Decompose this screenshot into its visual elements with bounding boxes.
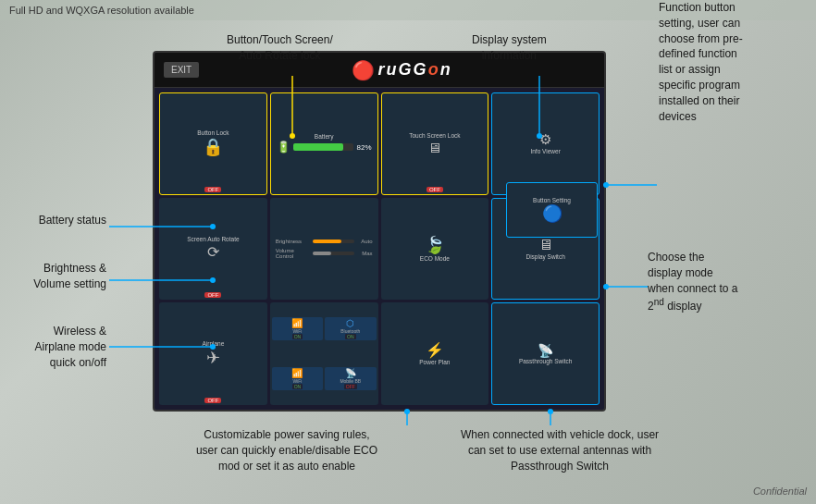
touch-screen-lock-label: Touch Screen Lock [409, 132, 460, 139]
volume-label: Volume Control [276, 248, 313, 259]
tabs-cell[interactable]: 📶 WiFi ON ⬡ Bluetooth ON 📶 WiFi ON 📡 Mob… [270, 302, 378, 405]
battery-label: Battery [315, 133, 334, 140]
logo-icon: 🔴 [352, 59, 375, 81]
brightness-volume-annotation: Brightness &Volume setting [5, 261, 106, 292]
power-plan-cell[interactable]: ⚡ Power Plan [381, 302, 489, 405]
tabs-wifi2-badge: ON [292, 384, 303, 389]
volume-val: Max [354, 251, 373, 256]
screen-auto-rotate-cell[interactable]: Screen Auto Rotate ⟳ OFF [159, 198, 267, 301]
tabs-wifi2-cell[interactable]: 📶 WiFi ON [272, 367, 323, 390]
brightness-track [313, 240, 354, 243]
info-viewer-label: Info Viewer [530, 148, 560, 154]
lock-icon: 🔒 [203, 137, 223, 157]
auto-rotate-badge: OFF [204, 292, 221, 298]
tabs-wifi2-icon: 📶 [291, 368, 303, 378]
volume-fill [313, 252, 331, 255]
main-container: Full HD and WQXGA resolution available E… [0, 0, 816, 504]
button-setting-label: Button Setting [533, 197, 571, 203]
brightness-label: Brightness [276, 239, 313, 244]
volume-slider-row: Volume Control Max [276, 248, 373, 259]
passthrough-annotation: When connected with vehicle dock, userca… [426, 427, 694, 473]
button-lock-badge: OFF [204, 187, 221, 192]
battery-icon: 🔋 [277, 141, 291, 154]
info-icon: ⚙ [539, 131, 551, 148]
airplane-label: Airplane [202, 340, 224, 347]
screen-grid: Button Lock 🔒 OFF Battery 🔋 82% Touch Sc… [155, 88, 604, 410]
brightness-fill [313, 240, 341, 243]
rotate-icon: ⟳ [207, 243, 219, 261]
tabs-wifi-cell[interactable]: 📶 WiFi ON [272, 317, 323, 340]
touch-icon: 🖥 [427, 140, 441, 155]
button-setting-icon: 🔵 [542, 203, 563, 224]
airplane-cell[interactable]: Airplane ✈ OFF [159, 302, 267, 405]
eco-mode-annotation: Customizable power saving rules,user can… [153, 427, 421, 473]
battery-pct: 82% [356, 143, 371, 152]
battery-fill [293, 143, 343, 151]
tabs-mobile-badge: OFF [344, 384, 357, 389]
power-plan-icon: ⚡ [426, 341, 444, 359]
info-viewer-cell[interactable]: ⚙ Info Viewer [491, 92, 600, 195]
eco-mode-cell[interactable]: 🍃 ECO Mode [381, 198, 489, 301]
eco-icon: 🍃 [425, 235, 445, 255]
passthrough-label: Passthrough Switch [519, 358, 572, 364]
battery-cell[interactable]: Battery 🔋 82% [270, 92, 378, 195]
airplane-icon: ✈ [206, 348, 220, 368]
passthrough-cell[interactable]: 📡 Passthrough Switch [491, 302, 600, 405]
passthrough-icon: 📡 [538, 343, 553, 358]
button-lock-label: Button Lock [197, 129, 229, 136]
confidential-label: Confidential [753, 486, 807, 497]
display-icon: 🖥 [538, 237, 553, 253]
button-lock-cell[interactable]: Button Lock 🔒 OFF [159, 92, 267, 195]
volume-track [313, 252, 354, 255]
battery-bar [293, 143, 354, 151]
brightness-val: Auto [354, 239, 373, 244]
top-bar-text: Full HD and WQXGA resolution available [9, 5, 194, 16]
touch-screen-lock-cell[interactable]: Touch Screen Lock 🖥 OFF [381, 92, 489, 195]
tabs-bt-cell[interactable]: ⬡ Bluetooth ON [325, 317, 376, 340]
display-system-info-annotation: Display systeminformation [472, 32, 547, 64]
brightness-volume-cell[interactable]: Brightness Auto Volume Control Max [270, 198, 378, 301]
tabs-icon: 📶 [291, 318, 303, 328]
button-touch-screen-annotation: Button/Touch Screen/Auto Rotate lock [227, 32, 333, 64]
airplane-badge: OFF [204, 398, 221, 403]
display-switch-label: Display Switch [525, 253, 564, 260]
tabs-bt-icon: ⬡ [346, 318, 354, 328]
tabs-wifi-badge: ON [292, 334, 303, 339]
touch-lock-badge: OFF [427, 187, 443, 192]
tabs-mobile-icon: 📡 [345, 368, 356, 378]
battery-status-annotation: Battery status [9, 213, 106, 228]
brightness-slider-row: Brightness Auto [276, 239, 373, 244]
tabs-mobile-cell[interactable]: 📡 Mobile BB OFF [325, 367, 376, 390]
eco-mode-label: ECO Mode [420, 255, 450, 262]
exit-button[interactable]: EXIT [164, 62, 199, 78]
wireless-airplane-annotation: Wireless &Airplane modequick on/off [0, 324, 106, 370]
screen-auto-rotate-label: Screen Auto Rotate [187, 236, 239, 242]
function-button-annotation: Function buttonsetting, user canchoose f… [659, 0, 811, 124]
choose-display-mode-annotation: Choose thedisplay modewhen connect to a2… [648, 250, 805, 314]
tabs-bt-badge: ON [345, 334, 356, 339]
button-setting-cell[interactable]: Button Setting 🔵 [506, 182, 598, 238]
logo-text: ruGGon [378, 60, 452, 80]
power-plan-label: Power Plan [419, 359, 450, 365]
